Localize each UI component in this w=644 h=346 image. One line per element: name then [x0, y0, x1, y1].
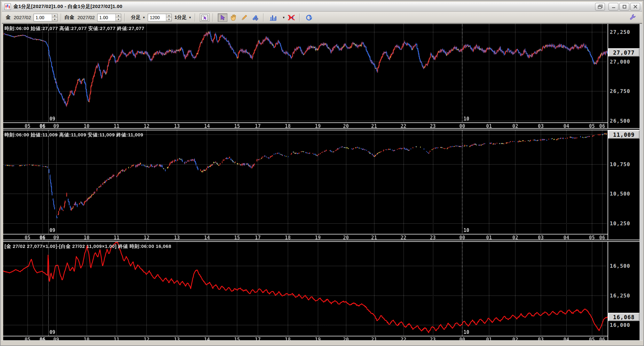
minimize-button[interactable] [609, 3, 618, 11]
platinum-contract-month: 2027/02 [77, 15, 95, 20]
close-button[interactable] [630, 3, 640, 11]
chart-select-tool-button[interactable] [200, 13, 209, 22]
period-dropdown[interactable]: 1分足▼ [174, 14, 191, 20]
price-tick-label: 16,250 [610, 293, 630, 299]
time-axis-platinum: 0506091011121314151718192021222300010203… [3, 234, 608, 240]
spin-up-icon: ▲ [52, 14, 57, 18]
price-tick-label: 10,500 [610, 191, 630, 197]
svg-text:R: R [310, 16, 312, 20]
platinum-price-axis: 10,75010,50010,25011,009 [608, 130, 641, 240]
platinum-label: 白金 [65, 14, 74, 20]
gold-label: 金 [6, 14, 11, 20]
panel-splitter[interactable] [3, 128, 641, 130]
spread-chart-panel: [金 27/02 27,077×1.00]-[白金 27/02 11,009×1… [3, 242, 641, 342]
bar-chart-button[interactable] [268, 13, 278, 22]
marker-tool-button[interactable] [250, 13, 260, 22]
date-label: 10 [463, 227, 469, 233]
app-window: 金1分足[2027/02]1.00 - 白金1分足[2027/02]1.00 金… [0, 0, 644, 346]
toolbar: 金 2027/02 1.00▲▼ 白金 2027/02 1.00▲▼ 分足▼ 1… [2, 12, 642, 24]
panel-splitter[interactable] [3, 240, 641, 242]
right-gutter [640, 24, 643, 342]
gold-contract-month: 2027/02 [14, 15, 31, 20]
date-label: 10 [463, 329, 469, 335]
close-chart-button[interactable] [287, 13, 296, 22]
bar-chart-dropdown[interactable]: ▼ [280, 16, 285, 19]
pencil-tool-button[interactable] [240, 13, 249, 22]
platinum-chart-canvas[interactable] [3, 130, 608, 234]
current-price-box: 16,068 [608, 313, 640, 321]
gold-info-line: 時刻:06:00 始値:27,077 高値:27,077 安値:27,077 終… [4, 26, 145, 32]
gold-chart-canvas[interactable] [3, 24, 608, 122]
maximize-button[interactable] [619, 3, 629, 11]
date-label: 10 [463, 116, 469, 122]
spin-down-icon: ▼ [166, 18, 171, 21]
refresh-button[interactable]: R [304, 13, 314, 22]
platinum-multiplier-spinner[interactable]: 1.00▲▼ [97, 14, 121, 21]
spin-up-icon: ▲ [166, 14, 171, 18]
platinum-info-line: 時刻:06:00 始値:11,009 高値:11,009 安値:11,009 終… [4, 132, 143, 138]
date-label: 09 [50, 116, 55, 122]
price-tick-label: 26,500 [610, 118, 630, 124]
window-bottom-border [1, 340, 643, 345]
app-icon [4, 4, 11, 10]
arrow-tool-button[interactable] [218, 13, 227, 22]
title-bar: 金1分足[2027/02]1.00 - 白金1分足[2027/02]1.00 [2, 2, 642, 12]
time-axis-gold: 0506091011121314151718192021222300010203… [3, 122, 608, 128]
settings-wrench-icon[interactable] [629, 13, 636, 22]
price-tick-label: 27,000 [610, 59, 630, 65]
current-price-box: 11,009 [608, 130, 640, 139]
date-label: 09 [50, 227, 55, 233]
spread-info-line: [金 27/02 27,077×1.00]-[白金 27/02 11,009×1… [4, 243, 171, 250]
date-label: 09 [50, 329, 55, 335]
gold-chart-panel: 時刻:06:00 始値:27,077 高値:27,077 安値:27,077 終… [3, 24, 641, 128]
new-window-button[interactable] [595, 3, 605, 11]
price-tick-label: 27,250 [610, 29, 630, 35]
gold-multiplier-spinner[interactable]: 1.00▲▼ [34, 14, 58, 21]
interval-dropdown[interactable]: 分足▼ [131, 14, 145, 20]
price-tick-label: 10,750 [610, 161, 630, 167]
hand-tool-button[interactable] [229, 13, 238, 22]
price-tick-label: 16,500 [610, 263, 630, 269]
spread-chart-canvas[interactable] [3, 242, 608, 336]
bar-count-spinner[interactable]: 1200▲▼ [148, 14, 172, 21]
spread-price-axis: 16,50016,25016,00016,068 [608, 242, 641, 342]
spin-down-icon: ▼ [116, 18, 121, 21]
current-price-box: 27,077 [608, 48, 640, 57]
platinum-chart-panel: 時刻:06:00 始値:11,009 高値:11,009 安値:11,009 終… [3, 130, 641, 240]
spin-down-icon: ▼ [52, 18, 57, 21]
price-tick-label: 26,750 [610, 88, 630, 94]
price-tick-label: 16,000 [610, 322, 630, 328]
chart-area: 時刻:06:00 始値:27,077 高値:27,077 安値:27,077 終… [3, 24, 641, 342]
price-tick-label: 10,250 [610, 220, 630, 227]
gold-price-axis: 27,25027,00026,75026,50027,077 [608, 24, 641, 128]
window-title: 金1分足[2027/02]1.00 - 白金1分足[2027/02]1.00 [13, 4, 122, 10]
spin-up-icon: ▲ [116, 14, 121, 18]
